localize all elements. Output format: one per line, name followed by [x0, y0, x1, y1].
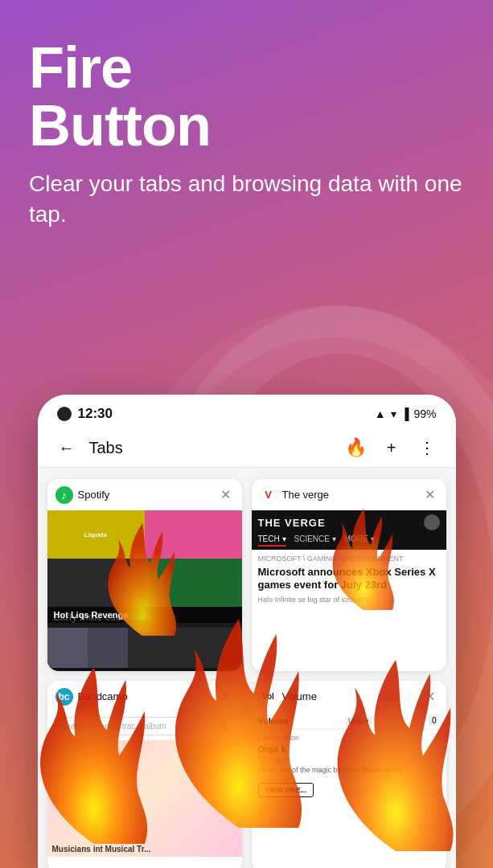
spotify-tab-name: Spotify [78, 489, 217, 501]
verge-byline: Halo Infinite se big star of icrosoft's [258, 595, 440, 605]
album-tile-2 [145, 510, 242, 559]
volume-content: Volume USD ▾ 0 Lated edition Orga k The … [252, 712, 446, 868]
tab-card-verge[interactable]: V The verge ✕ THE VERGE TECH ▾ SCIENCE ▾… [252, 479, 446, 671]
verge-logo: THE VERGE [258, 517, 326, 529]
bandcamp-close-button[interactable]: ✕ [217, 687, 234, 706]
volume-view-button[interactable]: VIEW PRE... [258, 783, 314, 797]
toolbar-title: Tabs [89, 439, 334, 457]
volume-header-bar: Volume USD ▾ 0 [252, 712, 446, 730]
fire-button[interactable]: 🔥 [343, 435, 369, 461]
volume-desc: An ex tion of the magic by the el Prize–… [258, 766, 440, 776]
wifi-icon: ▾ [391, 407, 396, 420]
spotify-album-label: Hot Liqs Revenge [47, 607, 242, 623]
volume-close-button[interactable]: ✕ [421, 687, 438, 706]
status-time: 12:30 [78, 406, 113, 422]
volume-subtitle: The aco [258, 755, 440, 764]
verge-content: THE VERGE TECH ▾ SCIENCE ▾ MORE ▾ MICROS… [252, 510, 446, 671]
volume-title: Volume [258, 716, 290, 726]
volume-currency: USD ▾ [345, 716, 373, 726]
tab-header-volume: Vol Volume ✕ [252, 681, 446, 712]
verge-nav-more: MORE ▾ [344, 534, 375, 547]
spotify-close-button[interactable]: ✕ [217, 485, 234, 504]
tab-card-volume[interactable]: Vol Volume ✕ Volume USD ▾ 0 Lated editio… [252, 681, 446, 868]
tab-header-verge: V The verge ✕ [252, 479, 446, 510]
verge-avatar [424, 514, 440, 530]
phone-mockup: 12:30 ▲ ▾ ▐ 99% ← Tabs 🔥 + ⋮ ♪ Spotify ✕ [38, 395, 456, 868]
volume-tab-name: Volume [282, 690, 421, 702]
verge-nav-tech: TECH ▾ [258, 534, 286, 547]
bandcamp-search-bar[interactable]: Search for artist, trac... album 🔍 [54, 717, 236, 735]
battery-percent: 99% [413, 407, 436, 420]
bandcamp-search-placeholder: Search for artist, trac... album [61, 722, 166, 731]
tab-header-spotify: ♪ Spotify ✕ [47, 479, 242, 510]
camera-dot [57, 407, 72, 421]
verge-tab-name: The verge [282, 489, 421, 501]
status-icons: ▲ ▾ ▐ 99% [375, 407, 437, 420]
header-section: Fire Button Clear your tabs and browsing… [0, 0, 493, 249]
spotify-bottom [47, 628, 242, 668]
volume-count: 0 [429, 715, 440, 726]
title-line2: Button [29, 93, 211, 158]
thumb-1 [47, 628, 88, 668]
verge-favicon: V [260, 486, 277, 504]
bandcamp-caption: Musicians int Musical Tr... [52, 845, 151, 854]
title-line1: Fire [29, 35, 132, 100]
tabs-grid: ♪ Spotify ✕ Liquids Hot Liqs Revenge [38, 468, 456, 868]
add-tab-button[interactable]: + [379, 435, 405, 461]
tab-card-spotify[interactable]: ♪ Spotify ✕ Liquids Hot Liqs Revenge [47, 479, 242, 671]
volume-article: Lated edition Orga k The aco An ex tion … [252, 730, 446, 780]
verge-article: MICROSOFT \ GAMING \ ENTERTAINMENT Micro… [252, 550, 446, 610]
signal-icon: ▲ [375, 407, 386, 420]
volume-edition: Lated edition [258, 734, 440, 742]
bandcamp-tab-name: Bandcamp [78, 690, 217, 702]
volume-book-name: Orga k [258, 744, 440, 754]
album-tile-3 [47, 559, 145, 607]
back-button[interactable]: ← [54, 435, 80, 461]
status-left: 12:30 [57, 406, 113, 422]
more-menu-button[interactable]: ⋮ [414, 435, 440, 461]
spotify-favicon: ♪ [55, 486, 73, 504]
verge-close-button[interactable]: ✕ [421, 485, 438, 504]
status-bar: 12:30 ▲ ▾ ▐ 99% [38, 395, 456, 428]
verge-top-bar: THE VERGE [252, 510, 446, 534]
album-tile-1: Liquids [47, 510, 145, 559]
subtitle: Clear your tabs and browsing data with o… [29, 169, 464, 230]
bandcamp-image: Musicians int Musical Tr... [47, 740, 242, 857]
battery-icon: ▐ [401, 407, 409, 420]
bandcamp-content: Search for artist, trac... album 🔍 Music… [47, 712, 242, 868]
verge-nav-science: SCIENCE ▾ [294, 534, 336, 547]
tab-header-bandcamp: bc Bandcamp ✕ [47, 681, 242, 712]
volume-favicon: Vol [260, 688, 277, 706]
thumb-2 [88, 628, 128, 668]
verge-nav: TECH ▾ SCIENCE ▾ MORE ▾ [252, 534, 446, 550]
verge-category: MICROSOFT \ GAMING \ ENTERTAINMENT [258, 555, 440, 563]
spotify-content: Liquids Hot Liqs Revenge Early indie ess… [47, 510, 242, 671]
verge-headline: Microsoft announces Xbox Series X games … [258, 566, 440, 591]
tab-card-bandcamp[interactable]: bc Bandcamp ✕ Search for artist, trac...… [47, 681, 242, 868]
main-title: Fire Button [29, 39, 464, 154]
search-icon: 🔍 [217, 721, 228, 731]
bandcamp-favicon: bc [55, 688, 73, 706]
album-tile-4 [145, 559, 242, 607]
browser-toolbar: ← Tabs 🔥 + ⋮ [38, 428, 456, 468]
